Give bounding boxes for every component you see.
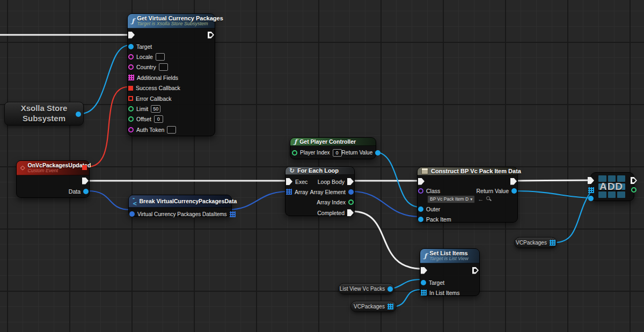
error-callback-pin[interactable] [128,96,133,101]
return-index-pin[interactable] [631,187,636,193]
node-list-view-vc-packs-get[interactable]: List View Vc Packs [338,283,394,294]
country-input[interactable] [159,63,168,71]
success-callback-pin[interactable] [128,86,133,91]
limit-input[interactable]: 50 [151,105,160,113]
pin-label: Offset [136,116,151,122]
node-construct-bp-vc-pack-item-data[interactable]: Construct BP Vc Pack Item Data Class Ret… [417,167,518,223]
return-value-pin[interactable] [375,150,380,156]
offset-pin[interactable] [128,116,134,122]
chevron-down-icon: ▾ [470,197,472,202]
outer-pin[interactable] [418,206,423,212]
node-get-virtual-currency-packages[interactable]: ƒ Get Virtual Currency Packages Target i… [127,13,215,136]
pack-item-pin[interactable] [418,217,423,222]
browse-magnifier-icon[interactable] [486,196,492,202]
node-header[interactable]: ƒ Set List Items Target is List View [420,249,479,263]
node-title: ADD [591,181,632,193]
exec-in-pin[interactable] [421,267,427,274]
node-header[interactable]: ◇ OnVcPackagesUpdated Custom Event [17,161,89,175]
completed-exec-pin[interactable] [347,209,354,216]
array-input-pin[interactable] [286,189,292,195]
function-icon: ƒ [424,253,427,259]
variable-title: VCPackages [516,240,547,246]
exec-in-pin[interactable] [286,178,292,185]
node-xsolla-store-subsystem[interactable]: Xsolla Store Subsystem [4,102,84,126]
pin-label: Return Value [476,188,509,194]
offset-input[interactable]: 0 [154,115,163,123]
node-header[interactable]: ↻ For Each Loop [286,167,354,175]
pin-label: Additional Fields [137,75,178,81]
exec-out-pin[interactable] [631,177,637,184]
pin-label: Outer [426,206,440,212]
list-view-output-pin[interactable] [387,286,393,292]
class-pin[interactable] [418,188,423,194]
event-icon: ◇ [20,165,25,171]
locale-pin[interactable] [128,54,134,60]
xsolla-output-pin[interactable] [76,112,81,117]
pin-label: Virtual Currency Packages Data [137,211,214,217]
pin-label: Exec [295,179,308,185]
node-header[interactable]: Construct BP Vc Pack Item Data [418,167,517,175]
pin-label: Data [69,188,80,195]
pin-label: Array [295,189,308,195]
exec-out-pin[interactable] [208,32,214,39]
auth-token-pin[interactable] [128,127,134,132]
break-struct-icon: -< [133,196,136,206]
pin-label: Loop Body [318,179,345,185]
struct-input-pin[interactable] [129,211,135,217]
country-pin[interactable] [128,64,134,70]
node-header[interactable]: -< Break VirtualCurrencyPackagesData [129,195,231,208]
wire-delegate-to-success-callback [87,87,128,167]
node-for-each-loop[interactable]: ↻ For Each Loop Exec Loop Body Array Arr… [285,166,355,216]
new-item-pin[interactable] [588,196,594,201]
auth-token-input[interactable] [167,126,176,134]
node-set-list-items[interactable]: ƒ Set List Items Target is List View Tar… [420,248,480,296]
in-list-items-pin[interactable] [421,290,427,296]
pin-label: Country [136,64,156,70]
pin-label: Array Index [317,199,346,205]
exec-out-pin[interactable] [472,267,479,274]
node-on-vc-packages-updated[interactable]: ◇ OnVcPackagesUpdated Custom Event Data [16,160,90,198]
wire-completed-to-setlistitems [352,211,422,269]
exec-in-pin[interactable] [588,177,594,184]
delegate-output-pin[interactable] [82,165,87,170]
node-break-virtualcurrencypackagesdata[interactable]: -< Break VirtualCurrencyPackagesData Vir… [128,195,232,217]
class-select[interactable]: BP Vc Pack Item D▾ [427,195,475,203]
pin-label: Player Index [300,150,330,156]
target-pin[interactable] [128,44,134,49]
wire-playercontroller-to-outer [374,152,419,207]
additional-fields-pin[interactable] [128,75,134,80]
node-array-add[interactable]: ADD [590,172,634,201]
node-vcpackages-get[interactable]: VCPackages [514,237,557,248]
node-subtitle: Custom Event [27,168,91,173]
vcpackages-array-pin[interactable] [550,240,555,246]
loop-icon: ↻ [289,167,295,174]
target-pin[interactable] [421,280,426,285]
array-index-pin[interactable] [348,200,354,205]
node-title: Construct BP Vc Pack Item Data [431,168,521,174]
node-header[interactable]: ƒ Get Player Controller [290,138,376,146]
node-get-player-controller[interactable]: ƒ Get Player Controller Player Index0 Re… [290,137,376,159]
use-asset-arrow-icon[interactable]: ← [478,196,484,202]
exec-in-pin[interactable] [418,178,425,185]
node-vcpackages-get-2[interactable]: VCPackages [350,301,397,312]
player-index-input[interactable]: 0 [333,149,342,157]
node-header[interactable]: ƒ Get Virtual Currency Packages Target i… [128,14,215,28]
exec-in-pin[interactable] [128,32,135,39]
limit-pin[interactable] [128,106,134,112]
array-element-pin[interactable] [348,189,354,195]
exec-out-pin[interactable] [510,178,517,185]
pin-label: Locale [136,54,153,60]
blueprint-graph-canvas[interactable]: { "icons": { "function": "ƒ", "event": "… [0,0,644,332]
locale-input[interactable] [156,53,165,61]
data-output-pin[interactable] [83,189,89,194]
return-value-pin[interactable] [511,188,517,194]
loop-body-exec-pin[interactable] [347,178,354,185]
construct-box-icon [421,168,428,174]
target-array-pin[interactable] [588,187,594,193]
vcpackages-array-pin[interactable] [387,304,393,309]
pin-label: In List Items [429,290,460,296]
exec-out-pin[interactable] [82,178,89,185]
pin-label: Items [214,211,226,217]
items-array-output-pin[interactable] [230,211,236,217]
player-index-pin[interactable] [292,150,297,156]
